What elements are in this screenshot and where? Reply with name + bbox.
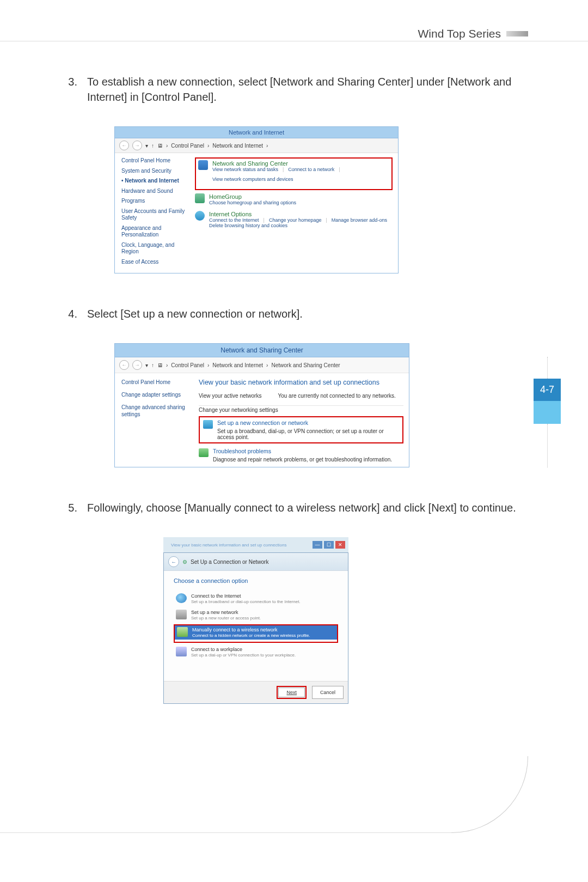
wizard-footer: Next Cancel	[164, 681, 348, 703]
wizard-title: Set Up a Connection or Network	[191, 559, 268, 565]
wizard-titlebar: ← ⚙ Set Up a Connection or Network	[164, 553, 348, 571]
inet-link[interactable]: Manage browser add-ons	[332, 217, 387, 223]
troubleshoot-icon	[199, 448, 209, 457]
globe-icon	[176, 593, 187, 603]
homegroup-desc[interactable]: Choose homegroup and sharing options	[209, 200, 296, 205]
nav-bar: ← → ▾ ↑ 🖥 › Control Panel › Network and …	[115, 138, 398, 153]
wizard-icon: ⚙	[182, 559, 187, 565]
troubleshoot-desc: Diagnose and repair network problems, or…	[213, 457, 392, 463]
option-desc: Set up a dial-up or VPN connection to yo…	[191, 653, 296, 658]
nsc-link[interactable]: View network status and tasks	[212, 167, 278, 172]
close-button[interactable]: ✕	[335, 541, 345, 549]
connection-status: You are currently not connected to any n…	[278, 393, 395, 399]
series-title: Wind Top Series	[418, 27, 501, 40]
troubleshoot-link[interactable]: Troubleshoot problems	[213, 448, 392, 454]
sidebar-link[interactable]: Change adapter settings	[121, 391, 192, 398]
homegroup-icon	[195, 193, 205, 203]
sidebar-item-active[interactable]: Network and Internet	[121, 178, 189, 185]
sidebar-link[interactable]: Change advanced sharing settings	[121, 404, 192, 418]
breadcrumb-root[interactable]: Control Panel	[171, 143, 204, 149]
screenshot-setup-connection-wizard: View your basic network information and …	[163, 537, 348, 704]
page-number-tab: 4-7	[534, 357, 561, 467]
step-text: To establish a new connection, select [N…	[87, 74, 523, 105]
highlighted-manual-wireless: Manually connect to a wireless network C…	[174, 624, 338, 643]
step-4: 4. Select [Set up a new connection or ne…	[65, 306, 523, 321]
wifi-icon	[177, 627, 188, 637]
sidebar: Control Panel Home Change adapter settin…	[115, 373, 195, 467]
sidebar-home[interactable]: Control Panel Home	[121, 379, 192, 386]
back-button[interactable]: ←	[168, 556, 179, 567]
main-heading: View your basic network information and …	[199, 379, 403, 386]
inet-desc[interactable]: Delete browsing history and cookies	[209, 223, 387, 228]
parent-window-strip: View your basic network information and …	[163, 537, 348, 552]
screenshot-network-and-internet: Network and Internet ← → ▾ ↑ 🖥 › Control…	[114, 126, 399, 273]
option-title: Connect to the Internet	[191, 593, 301, 599]
window-title: Network and Sharing Center	[115, 344, 409, 357]
sidebar-item[interactable]: User Accounts and Family Safety	[121, 208, 189, 222]
inet-link[interactable]: Connect to the Internet	[209, 217, 259, 223]
setup-connection-desc: Set up a broadband, dial-up, or VPN conn…	[217, 428, 399, 440]
sidebar-item[interactable]: Clock, Language, and Region	[121, 242, 189, 256]
setup-connection-link[interactable]: Set up a new connection or network	[217, 419, 399, 426]
breadcrumb-mid[interactable]: Network and Internet	[212, 362, 263, 368]
maximize-button[interactable]: ☐	[324, 541, 334, 549]
back-button[interactable]: ←	[119, 360, 129, 370]
option-desc: Set up a broadband or dial-up connection…	[191, 599, 301, 604]
breadcrumb-current[interactable]: Network and Sharing Center	[271, 362, 340, 368]
sidebar-item[interactable]: System and Security	[121, 168, 189, 175]
chevron-icon: ▾	[145, 362, 148, 368]
option-desc: Set up a new router or access point.	[191, 616, 261, 621]
cancel-button[interactable]: Cancel	[312, 686, 344, 699]
setup-connection-icon	[203, 420, 213, 429]
step-5: 5. Followingly, choose [Manually connect…	[65, 500, 523, 515]
nav-bar: ← → ▾ ↑ 🖥 › Control Panel › Network and …	[115, 357, 409, 373]
forward-button[interactable]: →	[132, 360, 142, 370]
inet-heading[interactable]: Internet Options	[209, 211, 387, 217]
step-text: Followingly, choose [Manually connect to…	[87, 500, 516, 515]
inet-link[interactable]: Change your homepage	[269, 217, 322, 223]
up-arrow-icon[interactable]: ↑	[151, 362, 154, 368]
breadcrumb-root[interactable]: Control Panel	[171, 362, 204, 368]
parent-window-hint: View your basic network information and …	[167, 543, 311, 548]
sidebar-item[interactable]: Appearance and Personalization	[121, 225, 189, 239]
workplace-icon	[176, 647, 187, 656]
chevron-icon: ▾	[145, 143, 148, 149]
router-icon	[176, 610, 187, 619]
forward-button[interactable]: →	[132, 141, 142, 150]
minimize-button[interactable]: —	[313, 541, 322, 549]
option-title: Set up a new network	[191, 610, 261, 615]
network-icon	[198, 160, 208, 170]
option-desc: Connect to a hidden network or create a …	[192, 633, 310, 638]
nsc-link[interactable]: View network computers and devices	[212, 177, 293, 182]
option-setup-new-network[interactable]: Set up a new network Set up a new router…	[174, 608, 338, 622]
option-title: Manually connect to a wireless network	[192, 627, 310, 632]
sidebar-item[interactable]: Programs	[121, 198, 189, 205]
nsc-link[interactable]: Connect to a network	[288, 167, 334, 172]
highlighted-setup-connection: Set up a new connection or network Set u…	[199, 416, 403, 443]
option-connect-internet[interactable]: Connect to the Internet Set up a broadba…	[174, 592, 338, 606]
next-button[interactable]: Next	[278, 688, 305, 697]
sidebar: Control Panel Home System and Security N…	[115, 153, 193, 273]
homegroup-heading[interactable]: HomeGroup	[209, 193, 296, 200]
up-arrow-icon[interactable]: ↑	[151, 143, 154, 149]
active-networks-label: View your active networks	[199, 393, 261, 399]
step-number: 3.	[65, 74, 77, 105]
sidebar-home[interactable]: Control Panel Home	[121, 157, 189, 165]
step-3: 3. To establish a new connection, select…	[65, 74, 523, 105]
wizard-heading: Choose a connection option	[174, 577, 338, 584]
step-number: 5.	[65, 500, 77, 515]
page-corner-curve	[451, 756, 528, 833]
page-header: Wind Top Series	[418, 27, 528, 40]
highlighted-next-button: Next	[277, 686, 307, 699]
sidebar-item[interactable]: Hardware and Sound	[121, 188, 189, 195]
internet-options-icon	[195, 211, 205, 221]
nsc-heading[interactable]: Network and Sharing Center	[212, 160, 389, 167]
screenshot-network-sharing-center: Network and Sharing Center ← → ▾ ↑ 🖥 › C…	[114, 343, 409, 467]
window-title: Network and Internet	[115, 127, 398, 138]
option-connect-workplace[interactable]: Connect to a workplace Set up a dial-up …	[174, 645, 338, 659]
back-button[interactable]: ←	[119, 141, 129, 150]
footer-divider	[0, 832, 452, 833]
option-manual-wireless[interactable]: Manually connect to a wireless network C…	[175, 625, 337, 640]
sidebar-item[interactable]: Ease of Access	[121, 259, 189, 266]
breadcrumb-current[interactable]: Network and Internet	[212, 143, 263, 149]
